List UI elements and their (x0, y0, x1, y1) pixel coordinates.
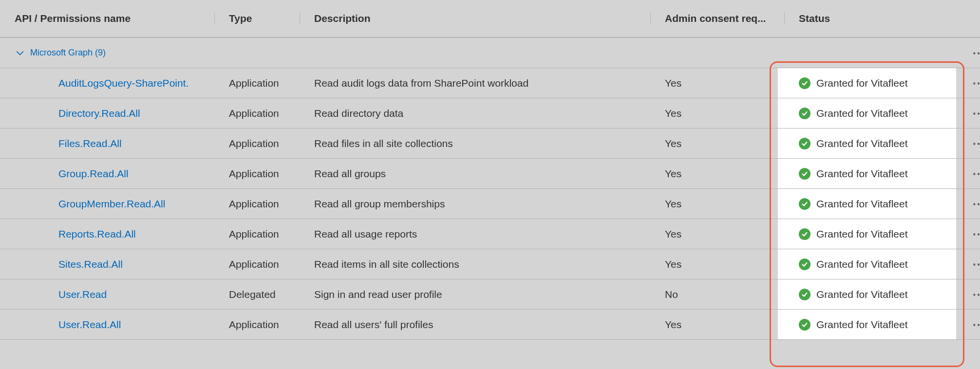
permission-type: Application (214, 228, 300, 240)
permission-status: Granted for Vitafleet (816, 228, 908, 240)
permission-admin: No (650, 289, 784, 300)
permission-link[interactable]: Group.Read.All (58, 168, 129, 179)
table-row: GroupMember.Read.All Application Read al… (0, 189, 980, 219)
permission-admin: Yes (650, 138, 784, 149)
permission-admin: Yes (650, 168, 784, 180)
col-header-desc[interactable]: Description (300, 13, 650, 24)
more-icon[interactable]: ⋯ (972, 77, 980, 90)
more-icon[interactable]: ⋯ (972, 288, 980, 301)
check-circle-icon (799, 168, 810, 180)
permission-link[interactable]: Reports.Read.All (58, 228, 136, 240)
check-circle-icon (799, 319, 810, 331)
permission-status: Granted for Vitafleet (816, 289, 908, 300)
table-row: User.Read Delegated Sign in and read use… (0, 279, 980, 310)
permission-type: Application (214, 108, 300, 119)
more-icon[interactable]: ⋯ (972, 258, 980, 271)
permission-desc: Read all users' full profiles (300, 319, 650, 331)
category-label[interactable]: Microsoft Graph (9) (30, 48, 106, 58)
permission-link[interactable]: Directory.Read.All (58, 108, 140, 119)
permission-type: Application (214, 258, 300, 270)
table-row: Sites.Read.All Application Read items in… (0, 249, 980, 279)
permission-desc: Read all group memberships (300, 198, 650, 210)
permission-link[interactable]: Sites.Read.All (58, 258, 123, 270)
permission-admin: Yes (650, 198, 784, 210)
table-row: Group.Read.All Application Read all grou… (0, 159, 980, 189)
col-header-admin[interactable]: Admin consent req... (650, 13, 784, 24)
table-row: AuditLogsQuery-SharePoint. Application R… (0, 68, 980, 98)
more-icon[interactable]: ⋯ (972, 198, 980, 210)
category-row[interactable]: Microsoft Graph (9) ⋯ (0, 38, 980, 68)
more-icon[interactable]: ⋯ (972, 318, 980, 331)
permission-status: Granted for Vitafleet (816, 168, 908, 180)
permission-admin: Yes (650, 258, 784, 270)
permission-status: Granted for Vitafleet (816, 138, 908, 149)
permission-desc: Read audit logs data from SharePoint wor… (300, 77, 650, 89)
permission-status: Granted for Vitafleet (816, 319, 908, 331)
check-circle-icon (799, 258, 810, 270)
permission-type: Delegated (214, 289, 300, 300)
permission-admin: Yes (650, 228, 784, 240)
permission-admin: Yes (650, 108, 784, 119)
permission-desc: Read directory data (300, 108, 650, 119)
check-circle-icon (799, 138, 810, 149)
permission-type: Application (214, 168, 300, 180)
table-row: Directory.Read.All Application Read dire… (0, 98, 980, 129)
permission-desc: Read files in all site collections (300, 138, 650, 149)
permission-type: Application (214, 319, 300, 331)
permission-status: Granted for Vitafleet (816, 108, 908, 119)
permission-desc: Read all usage reports (300, 228, 650, 240)
table-header-row: API / Permissions name Type Description … (0, 0, 980, 38)
permission-type: Application (214, 77, 300, 89)
col-header-status[interactable]: Status (784, 13, 964, 24)
permission-desc: Sign in and read user profile (300, 289, 650, 300)
check-circle-icon (799, 228, 810, 240)
permission-desc: Read all groups (300, 168, 650, 180)
more-icon[interactable]: ⋯ (972, 228, 980, 240)
check-circle-icon (799, 198, 810, 210)
chevron-down-icon[interactable] (15, 49, 25, 57)
table-row: Reports.Read.All Application Read all us… (0, 219, 980, 249)
permission-admin: Yes (650, 319, 784, 331)
table-row: Files.Read.All Application Read files in… (0, 129, 980, 159)
check-circle-icon (799, 289, 810, 300)
more-icon[interactable]: ⋯ (972, 47, 980, 59)
table-row: User.Read.All Application Read all users… (0, 310, 980, 340)
more-icon[interactable]: ⋯ (972, 137, 980, 150)
permission-link[interactable]: GroupMember.Read.All (58, 198, 165, 209)
more-icon[interactable]: ⋯ (972, 107, 980, 120)
permission-link[interactable]: Files.Read.All (58, 138, 122, 149)
col-header-type[interactable]: Type (214, 13, 300, 24)
permission-desc: Read items in all site collections (300, 258, 650, 270)
permission-status: Granted for Vitafleet (816, 77, 908, 89)
permission-link[interactable]: User.Read (58, 289, 107, 300)
permission-status: Granted for Vitafleet (816, 198, 908, 210)
check-circle-icon (799, 108, 810, 119)
col-header-name[interactable]: API / Permissions name (0, 13, 214, 24)
permission-status: Granted for Vitafleet (816, 258, 908, 270)
permissions-table: API / Permissions name Type Description … (0, 0, 980, 340)
check-circle-icon (799, 77, 810, 89)
permission-admin: Yes (650, 77, 784, 89)
permission-link[interactable]: AuditLogsQuery-SharePoint. (58, 77, 188, 89)
permission-link[interactable]: User.Read.All (58, 319, 121, 330)
permission-type: Application (214, 198, 300, 210)
permission-type: Application (214, 138, 300, 149)
more-icon[interactable]: ⋯ (972, 167, 980, 180)
